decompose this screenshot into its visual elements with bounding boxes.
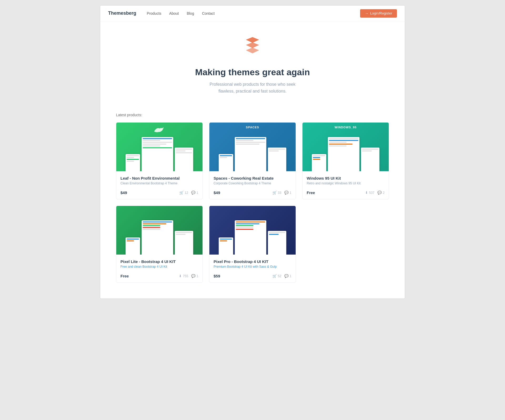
mockup-side	[175, 148, 193, 171]
download-icon-windows: ⬇	[365, 191, 368, 195]
comment-count-leaf: 💬 1	[191, 191, 198, 195]
product-price-pixel-lite: Free	[120, 274, 129, 278]
product-desc-pixel-pro: Premium Bootstrap 4 UI Kit with Sass & G…	[214, 265, 291, 269]
product-price-leaf: $49	[120, 190, 127, 195]
nav-products[interactable]: Products	[147, 11, 161, 16]
comment-icon-pl: 💬	[191, 274, 195, 278]
nav-contact[interactable]: Contact	[202, 11, 215, 16]
product-thumb-pixel-pro	[209, 206, 296, 255]
comment-count-windows: 💬 2	[377, 191, 385, 195]
product-info-pixel-lite: Pixel Lite - Bootstrap 4 UI KIT Free and…	[116, 255, 203, 282]
product-name-spaces: Spaces - Coworking Real Estate	[214, 176, 291, 180]
cart-count-pp: 🛒 52	[272, 274, 281, 278]
product-footer-pixel-lite: Free ⬇ 755 💬 1	[120, 274, 198, 278]
leaf-logo-icon	[153, 126, 166, 134]
comment-icon-leaf: 💬	[191, 191, 195, 195]
mockup-side-spaces	[268, 148, 286, 171]
cart-icon-spaces: 🛒	[272, 191, 277, 195]
mockup-side-pl	[175, 231, 193, 255]
windows-thumb-title: WINDOWS_95	[335, 126, 357, 129]
mockup-main-windows	[328, 137, 360, 171]
nav-about[interactable]: About	[169, 11, 179, 16]
comment-icon-spaces: 💬	[284, 191, 289, 195]
leaf-mockup	[126, 137, 193, 171]
products-section: Latest products:	[100, 108, 405, 298]
nav-blog[interactable]: Blog	[187, 11, 194, 16]
mockup-side-pp	[268, 231, 286, 255]
mockup-main-pp	[235, 220, 266, 255]
product-meta-leaf: 🛒 12 💬 1	[179, 191, 198, 195]
page-wrapper: Themesberg Products About Blog Contact L…	[100, 5, 405, 299]
product-desc-windows: Retro and nostalgic Windows 95 UI Kit	[307, 181, 385, 185]
product-desc-pixel-lite: Free and clean Bootstrap 4 UI Kit	[120, 265, 198, 269]
comment-icon-pp: 💬	[284, 274, 289, 278]
product-info-pixel-pro: Pixel Pro - Bootstrap 4 UI KIT Premium B…	[209, 255, 296, 282]
svg-point-0	[160, 128, 162, 130]
cart-icon-leaf: 🛒	[179, 191, 184, 195]
cart-icon-pp: 🛒	[272, 274, 277, 278]
nav-links: Products About Blog Contact	[147, 11, 360, 16]
brand-logo[interactable]: Themesberg	[108, 11, 136, 16]
download-icon-pl: ⬇	[179, 274, 182, 278]
cart-count-spaces: 🛒 33	[272, 191, 281, 195]
hero-subheading: Professional web products for those who …	[105, 81, 400, 94]
product-meta-windows: ⬇ 537 💬 2	[365, 191, 385, 195]
product-footer-leaf: $49 🛒 12 💬 1	[120, 190, 198, 195]
product-thumb-leaf	[116, 123, 203, 171]
mockup-small-pp	[219, 237, 233, 255]
comment-count-pp: 💬 1	[284, 274, 291, 278]
product-meta-pixel-pro: 🛒 52 💬 1	[272, 274, 291, 278]
mockup-small-spaces	[219, 154, 233, 171]
product-name-leaf: Leaf - Non Profit Environmental	[120, 176, 198, 180]
mockup-small	[126, 154, 140, 171]
product-thumb-windows: WINDOWS_95	[302, 123, 389, 171]
mockup-side-windows	[361, 148, 380, 171]
mockup-main-spaces	[235, 137, 266, 171]
product-meta-spaces: 🛒 33 💬 1	[272, 191, 291, 195]
product-price-windows: Free	[307, 190, 315, 195]
spaces-thumb-title: SPACES	[246, 126, 259, 129]
section-label: Latest products:	[116, 113, 389, 117]
download-count-windows: ⬇ 537	[365, 191, 374, 195]
mockup-small-pl	[126, 237, 140, 255]
pixel-pro-mockup	[219, 220, 286, 255]
comment-count-pl: 💬 1	[191, 274, 198, 278]
product-info-windows: Windows 95 UI Kit Retro and nostalgic Wi…	[302, 171, 389, 199]
product-card-windows[interactable]: WINDOWS_95	[302, 122, 389, 199]
pixel-lite-mockup	[126, 220, 193, 255]
product-info-spaces: Spaces - Coworking Real Estate Corporate…	[209, 171, 296, 199]
product-card-leaf[interactable]: Leaf - Non Profit Environmental Clean En…	[116, 122, 203, 199]
product-footer-windows: Free ⬇ 537 💬 2	[307, 190, 385, 195]
login-button[interactable]: Login/Register	[360, 9, 397, 18]
product-footer-pixel-pro: $59 🛒 52 💬 1	[214, 274, 291, 278]
product-meta-pixel-lite: ⬇ 755 💬 1	[179, 274, 198, 278]
download-count-pl: ⬇ 755	[179, 274, 188, 278]
product-name-pixel-lite: Pixel Lite - Bootstrap 4 UI KIT	[120, 259, 198, 264]
cart-count-leaf: 🛒 12	[179, 191, 188, 195]
product-footer-spaces: $49 🛒 33 💬 1	[214, 190, 291, 195]
product-card-pixel-lite[interactable]: Pixel Lite - Bootstrap 4 UI KIT Free and…	[116, 206, 203, 283]
product-desc-leaf: Clean Environmental Bootstrap 4 Theme	[120, 181, 198, 185]
products-grid-row2: Pixel Lite - Bootstrap 4 UI KIT Free and…	[116, 206, 389, 283]
spaces-mockup	[219, 137, 286, 171]
product-name-windows: Windows 95 UI Kit	[307, 176, 385, 180]
navbar: Themesberg Products About Blog Contact L…	[100, 6, 405, 21]
product-info-leaf: Leaf - Non Profit Environmental Clean En…	[116, 171, 203, 199]
comment-count-spaces: 💬 1	[284, 191, 291, 195]
product-thumb-pixel-lite	[116, 206, 203, 255]
mockup-main-pl	[142, 220, 173, 255]
mockup-small-windows	[312, 154, 326, 171]
comment-icon-windows: 💬	[377, 191, 382, 195]
product-price-pixel-pro: $59	[214, 274, 220, 278]
product-desc-spaces: Corporate Coworking Bootstrap 4 Theme	[214, 181, 291, 185]
product-thumb-spaces: SPACES	[209, 123, 296, 171]
product-card-pixel-pro[interactable]: Pixel Pro - Bootstrap 4 UI KIT Premium B…	[209, 206, 296, 283]
products-grid-row1: Leaf - Non Profit Environmental Clean En…	[116, 122, 389, 199]
hero-logo-icon	[243, 37, 262, 58]
mockup-main	[142, 137, 173, 171]
hero-section: Making themes great again Professional w…	[100, 21, 405, 108]
hero-heading: Making themes great again	[105, 67, 400, 77]
product-card-spaces[interactable]: SPACES	[209, 122, 296, 199]
product-price-spaces: $49	[214, 190, 220, 195]
windows-mockup	[312, 137, 380, 171]
